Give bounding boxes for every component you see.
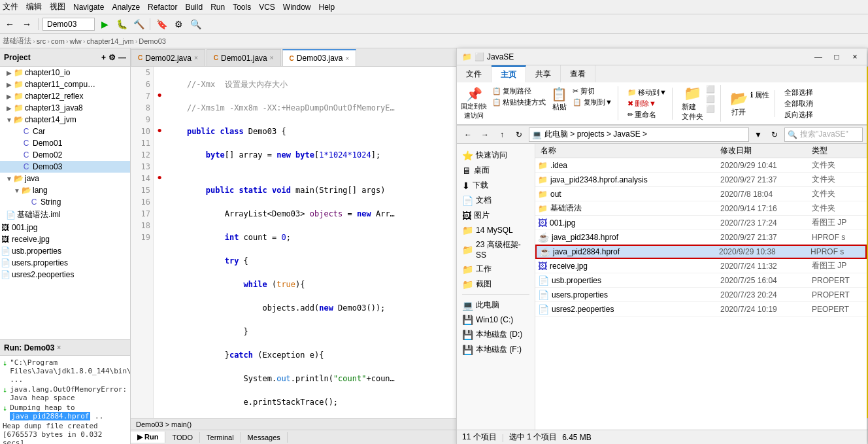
- fe-invertselect-btn[interactable]: 反向选择: [784, 110, 813, 120]
- fe-col-date-header[interactable]: 修改日期: [720, 145, 812, 156]
- menu-item-run[interactable]: Run: [210, 3, 225, 12]
- menu-item-edit[interactable]: 编辑: [26, 1, 42, 12]
- fe-back-button[interactable]: ←: [461, 128, 475, 142]
- fe-cut-btn[interactable]: ✂ 剪切: [573, 86, 612, 96]
- collapse-icon[interactable]: —: [118, 53, 126, 62]
- tree-item-demo02[interactable]: C Demo02: [0, 149, 130, 161]
- forward-button[interactable]: →: [20, 17, 34, 31]
- close-button[interactable]: ×: [848, 52, 861, 62]
- add-icon[interactable]: +: [101, 53, 106, 62]
- fe-sidebar-download[interactable]: ⬇ 下载: [457, 178, 535, 193]
- menu-item-tools[interactable]: Tools: [233, 3, 251, 12]
- fe-open-btn[interactable]: 📂 打开: [730, 90, 748, 117]
- tree-item-usb[interactable]: 📄 usb.properties: [0, 245, 130, 257]
- fe-file-row-hprof2348[interactable]: ☕ java_pid2348.hprof 2020/9/27 21:37 HPR…: [535, 230, 867, 245]
- tree-item-usres2[interactable]: 📄 usres2.peoperties: [0, 269, 130, 281]
- fe-sidebar-pictures[interactable]: 🖼 图片: [457, 208, 535, 223]
- fe-file-row-usres2[interactable]: 📄 usres2.peoperties 2020/7/24 10:19 PEOP…: [535, 302, 867, 316]
- fe-up-button[interactable]: ↑: [495, 128, 509, 142]
- menu-item-help[interactable]: Help: [319, 3, 335, 12]
- git-button[interactable]: 🔖: [154, 17, 169, 31]
- fe-file-row-usbprops[interactable]: 📄 usb.properties 2020/7/25 16:04 PROPERT: [535, 273, 867, 288]
- tree-item-lang[interactable]: ▼ 📂 lang: [0, 184, 130, 196]
- close-icon[interactable]: ×: [346, 55, 350, 62]
- tree-item-001jpg[interactable]: 🖼 001.jpg: [0, 222, 130, 233]
- fe-copyto-btn[interactable]: 📋 复制到▼: [573, 97, 612, 107]
- fe-pin-btn[interactable]: 📌 固定到快速访问: [461, 86, 487, 120]
- fe-tab-view[interactable]: 查看: [561, 65, 595, 82]
- fe-file-row-idea[interactable]: 📁 .idea 2020/9/29 10:41 文件夹: [535, 158, 867, 173]
- back-button[interactable]: ←: [3, 17, 17, 31]
- fe-file-row-usersprops[interactable]: 📄 users.properties 2020/7/23 20:24 PROPE…: [535, 288, 867, 302]
- fe-sidebar-f-drive[interactable]: 💾 本地磁盘 (F:): [457, 342, 535, 357]
- menu-item-navigate[interactable]: Navigate: [73, 3, 104, 12]
- fe-sidebar-advanced[interactable]: 📁 23 高级框架-SS: [457, 237, 535, 262]
- tree-item-receivejpg[interactable]: 🖼 receive.jpg: [0, 233, 130, 245]
- tree-item-chapter12[interactable]: ▶ 📁 chapter12_reflex: [0, 90, 130, 102]
- tree-item-chapter10[interactable]: ▶ 📁 chapter10_io: [0, 67, 130, 78]
- fe-col-name-header[interactable]: 名称: [538, 145, 720, 156]
- run-config-selector[interactable]: Demo03: [42, 18, 95, 31]
- menu-item-build[interactable]: Build: [185, 3, 203, 12]
- tree-item-demo03[interactable]: C Demo03: [0, 161, 130, 173]
- tree-item-chapter14[interactable]: ▼ 📂 chapter14_jvm: [0, 114, 130, 126]
- fe-file-row-out[interactable]: 📁 out 2020/7/8 18:04 文件夹: [535, 187, 867, 201]
- fe-sidebar-c-drive[interactable]: 💾 Win10 (C:): [457, 313, 535, 327]
- run-button[interactable]: ▶: [97, 17, 112, 31]
- breadcrumb-item[interactable]: 基础语法: [3, 36, 31, 46]
- fe-move-btn[interactable]: 📁 移动到▼: [627, 88, 667, 97]
- address-dropdown-icon[interactable]: ▼: [754, 130, 762, 139]
- fe-paste-shortcut-btn[interactable]: 📋 粘贴快捷方式: [492, 97, 546, 107]
- fe-rename-btn[interactable]: ✏ 重命名: [627, 110, 667, 120]
- debug-button[interactable]: 🐛: [114, 17, 129, 31]
- tree-item-iml[interactable]: 📄 基础语法.iml: [0, 208, 130, 222]
- fe-sidebar-mysql[interactable]: 📁 14 MySQL: [457, 223, 535, 237]
- breadcrumb-item[interactable]: com: [51, 37, 65, 45]
- tab-demo02[interactable]: C Demo02.java ×: [131, 49, 205, 66]
- fe-selectall-btn[interactable]: 全部选择: [784, 88, 813, 97]
- menu-item-view[interactable]: 视图: [50, 1, 65, 12]
- tree-item-chapter11[interactable]: ▶ 📁 chapter11_compu…: [0, 78, 130, 90]
- tree-item-string[interactable]: C String: [0, 196, 130, 208]
- fe-sidebar-thispc[interactable]: 💻 此电脑: [457, 298, 535, 313]
- fe-sidebar-d-drive[interactable]: 💾 本地磁盘 (D:): [457, 327, 535, 342]
- settings-icon[interactable]: ⚙: [108, 53, 116, 62]
- fe-file-row-hprof-analysis[interactable]: 📁 java_pid2348.hprof.analysis 2020/9/27 …: [535, 173, 867, 187]
- tab-demo03[interactable]: C Demo03.java ×: [282, 49, 357, 66]
- breadcrumb-item[interactable]: wlw: [69, 37, 81, 45]
- fe-copypath-btn[interactable]: 📋 复制路径: [492, 86, 546, 96]
- fe-selectnone-btn[interactable]: 全部取消: [784, 99, 813, 109]
- menu-item-analyze[interactable]: Analyze: [112, 3, 140, 12]
- tree-item-users[interactable]: 📄 users.properties: [0, 257, 130, 269]
- breadcrumb-item[interactable]: Demo03: [139, 37, 166, 45]
- fe-properties-btn[interactable]: ℹ 属性: [750, 90, 769, 100]
- fe-tab-file[interactable]: 文件: [457, 65, 492, 82]
- tree-item-demo01[interactable]: C Demo01: [0, 137, 130, 149]
- fe-sidebar-work[interactable]: 📁 工作: [457, 262, 535, 277]
- bottom-tab-run[interactable]: ▶ Run: [131, 432, 165, 443]
- fe-search-box[interactable]: 🔍 搜索"JavaSE": [784, 128, 863, 142]
- menu-item-refactor[interactable]: Refactor: [148, 3, 177, 12]
- fe-col-type-header[interactable]: 类型: [812, 145, 864, 156]
- bottom-tab-messages[interactable]: Messages: [241, 432, 288, 443]
- breadcrumb-item[interactable]: src: [37, 37, 46, 45]
- tree-item-java[interactable]: ▼ 📂 java: [0, 173, 130, 184]
- bottom-tab-todo[interactable]: TODO: [165, 432, 200, 443]
- search-everywhere-button[interactable]: 🔍: [188, 17, 203, 31]
- fe-file-row-001jpg[interactable]: 🖼 001.jpg 2020/7/23 17:24 看图王 JP: [535, 216, 867, 230]
- fe-file-row-receivejpg[interactable]: 🖼 receive.jpg 2020/7/24 11:32 看图王 JP: [535, 259, 867, 273]
- fe-sidebar-docs[interactable]: 📄 文档: [457, 193, 535, 208]
- settings-button[interactable]: ⚙: [171, 17, 186, 31]
- menu-item-window[interactable]: Window: [283, 3, 311, 12]
- fe-refresh2-button[interactable]: ↻: [767, 128, 782, 142]
- tree-item-chapter13[interactable]: ▶ 📁 chapter13_java8: [0, 102, 130, 114]
- run-panel-close[interactable]: ×: [57, 344, 61, 351]
- fe-sidebar-quickaccess[interactable]: ⭐ 快速访问: [457, 148, 535, 163]
- fe-tab-home[interactable]: 主页: [492, 65, 526, 82]
- fe-address-bar[interactable]: 💻 此电脑 > projects > JavaSE >: [529, 128, 749, 142]
- close-icon[interactable]: ×: [270, 54, 274, 61]
- menu-item-file[interactable]: 文件: [3, 1, 18, 12]
- fe-file-row-jichuyufa[interactable]: 📁 基础语法 2020/9/14 17:16 文件夹: [535, 201, 867, 216]
- fe-refresh-button[interactable]: ↻: [512, 128, 526, 142]
- build-button[interactable]: 🔨: [131, 17, 146, 31]
